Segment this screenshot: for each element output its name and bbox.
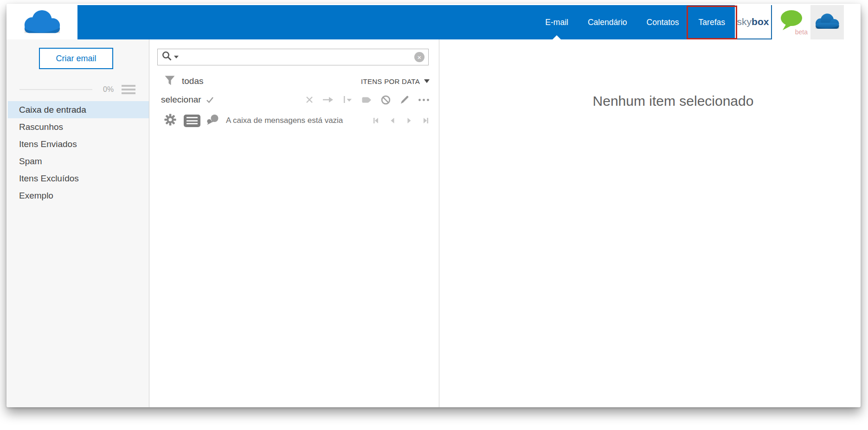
nav-email-label: E-mail — [545, 18, 568, 27]
folder-deleted-label: Itens Excluídos — [19, 173, 79, 184]
messenger-beta[interactable]: beta — [772, 5, 810, 39]
nav-email[interactable]: E-mail — [535, 5, 578, 39]
home-logo[interactable] — [6, 4, 77, 39]
folder-spam[interactable]: Spam — [8, 153, 149, 170]
beta-label: beta — [795, 28, 808, 36]
conversation-bubbles-icon[interactable] — [206, 114, 219, 127]
folder-inbox[interactable]: Caixa de entrada — [8, 101, 149, 118]
folder-example[interactable]: Exemplo — [8, 187, 149, 204]
nav-calendar[interactable]: Calendário — [578, 5, 637, 39]
brand-sky-label: sky — [737, 16, 752, 27]
list-status-row: A caixa de mensagens está vazia — [164, 111, 430, 130]
app-window: E-mail Calendário Contatos Tarefas skybo… — [6, 4, 861, 407]
search-clear-icon[interactable]: × — [414, 52, 424, 62]
folder-sidebar: Criar email 0% Caixa de entrada Rascunho… — [6, 39, 149, 407]
sort-dropdown[interactable]: ITENS POR DATA — [361, 77, 430, 85]
quota-row: 0% — [6, 85, 149, 94]
header-spacer — [844, 4, 861, 39]
nav-contacts[interactable]: Contatos — [637, 5, 689, 39]
pagination — [372, 117, 430, 124]
move-arrow-icon[interactable] — [322, 96, 334, 103]
list-view-icon[interactable] — [184, 115, 200, 127]
app-body: Criar email 0% Caixa de entrada Rascunho… — [6, 39, 861, 407]
folder-sent-label: Itens Enviados — [19, 139, 77, 149]
main-nav-bar: E-mail Calendário Contatos Tarefas — [77, 5, 735, 39]
folder-drafts[interactable]: Rascunhos — [8, 118, 149, 135]
cloud-logo-icon — [19, 9, 64, 37]
sort-caret-icon — [424, 79, 430, 83]
sort-label: ITENS POR DATA — [361, 77, 420, 85]
brand-box-label: box — [752, 16, 769, 27]
last-page-icon[interactable] — [422, 117, 430, 124]
settings-gear-icon[interactable] — [164, 114, 176, 128]
delete-icon[interactable] — [305, 96, 314, 104]
filter-all-label[interactable]: todas — [182, 76, 203, 86]
filter-funnel-icon[interactable] — [164, 75, 175, 88]
no-item-selected-message: Nenhum item selecionado — [486, 93, 861, 109]
search-icon[interactable] — [161, 51, 173, 64]
category-tag-icon[interactable] — [361, 96, 372, 103]
folder-example-label: Exemplo — [19, 191, 53, 201]
top-header: E-mail Calendário Contatos Tarefas skybo… — [6, 4, 861, 39]
edit-pencil-icon[interactable] — [400, 95, 409, 104]
search-box: × — [157, 49, 429, 65]
nav-tasks-label: Tarefas — [699, 18, 725, 27]
folder-drafts-label: Rascunhos — [19, 122, 63, 132]
folder-deleted[interactable]: Itens Excluídos — [8, 170, 149, 187]
cloud-right-icon — [812, 12, 842, 33]
nav-tasks[interactable]: Tarefas — [689, 5, 735, 39]
junk-block-icon[interactable] — [380, 95, 391, 105]
first-page-icon[interactable] — [372, 117, 379, 124]
folder-spam-label: Spam — [19, 156, 42, 167]
folder-sent[interactable]: Itens Enviados — [8, 135, 149, 153]
nav-calendar-label: Calendário — [588, 18, 627, 27]
more-actions-icon[interactable] — [418, 98, 430, 102]
active-tab-caret-icon — [553, 35, 561, 39]
quota-progress-bar — [19, 89, 92, 90]
empty-mailbox-message: A caixa de mensagens está vazia — [226, 116, 343, 125]
folder-list: Caixa de entrada Rascunhos Itens Enviado… — [8, 101, 149, 204]
move-to-folder-icon[interactable] — [343, 96, 353, 104]
search-input[interactable] — [182, 50, 414, 64]
reading-pane: Nenhum item selecionado — [439, 39, 861, 407]
nav-contacts-label: Contatos — [647, 18, 679, 27]
skybox-brand[interactable]: skybox — [735, 5, 772, 39]
folder-menu-icon[interactable] — [122, 85, 135, 94]
select-check-icon[interactable] — [206, 96, 214, 103]
select-all-label[interactable]: selecionar — [161, 95, 201, 105]
message-list-pane: × todas ITENS POR DATA selecionar — [149, 39, 439, 407]
folder-inbox-label: Caixa de entrada — [19, 105, 86, 115]
skydrive-shortcut[interactable] — [810, 5, 844, 39]
compose-email-button[interactable]: Criar email — [39, 48, 113, 69]
select-row: selecionar — [161, 90, 430, 109]
prev-page-icon[interactable] — [389, 117, 396, 124]
filter-row: todas ITENS POR DATA — [164, 72, 430, 90]
next-page-icon[interactable] — [405, 117, 413, 124]
message-toolbar — [305, 95, 430, 105]
search-scope-caret-icon[interactable] — [174, 56, 179, 58]
quota-percent-label: 0% — [103, 85, 114, 94]
